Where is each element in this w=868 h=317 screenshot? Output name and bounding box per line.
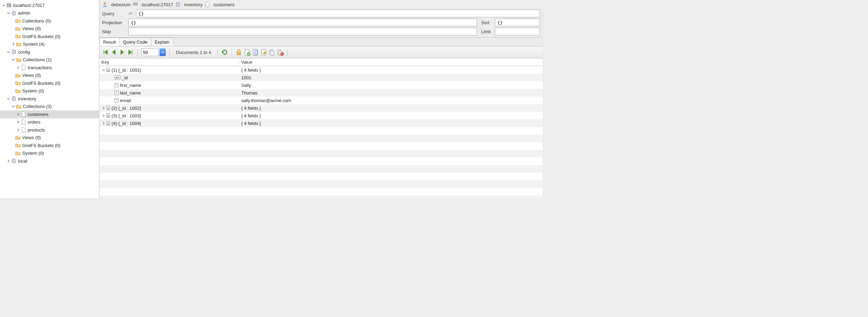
chevron-down-icon[interactable] — [6, 50, 10, 54]
chevron-right-icon[interactable] — [101, 114, 106, 118]
chevron-right-icon[interactable] — [6, 159, 10, 163]
chevron-down-icon[interactable] — [6, 11, 10, 15]
result-row[interactable]: ""last_nameThomas — [99, 89, 543, 97]
chevron-down-icon[interactable] — [1, 3, 6, 7]
next-page-icon[interactable] — [119, 49, 126, 56]
tree-db-admin[interactable]: admin — [0, 9, 99, 17]
result-row[interactable]: ""first_nameSally — [99, 81, 543, 89]
tab-query-code[interactable]: Query Code — [119, 38, 151, 46]
result-value: Sally — [239, 83, 543, 88]
first-page-icon[interactable] — [102, 49, 109, 56]
breadcrumb-host: localhost:27017 — [142, 2, 173, 7]
separator — [232, 49, 232, 56]
result-row[interactable]: {}(4) {_id : 1004}{ 4 fields } — [99, 119, 543, 127]
result-row[interactable]: {}(1) {_id : 1001}{ 4 fields } — [99, 66, 543, 74]
empty-row — [99, 180, 543, 188]
edit-document-icon[interactable] — [260, 49, 267, 56]
chevron-right-icon[interactable] — [101, 121, 106, 125]
tree-node-views[interactable]: Views (0) — [0, 72, 99, 80]
limit-input[interactable] — [495, 28, 540, 35]
add-document-icon[interactable] — [244, 49, 251, 56]
result-row[interactable]: {}(2) {_id : 1002}{ 4 fields } — [99, 104, 543, 112]
chevron-down-icon[interactable] — [101, 68, 106, 72]
folder-icon — [15, 135, 21, 141]
type-badge: {} — [106, 106, 110, 110]
result-key: (1) {_id : 1001} — [111, 67, 141, 73]
lock-icon[interactable] — [235, 49, 242, 56]
svg-rect-0 — [7, 3, 11, 4]
database-icon — [11, 10, 17, 16]
tab-result[interactable]: Result — [99, 38, 120, 46]
query-input[interactable] — [136, 10, 540, 17]
result-row[interactable]: i64_id1001 — [99, 74, 543, 81]
tree-collection-customers[interactable]: customers — [0, 110, 99, 118]
chevron-right-icon[interactable] — [16, 120, 20, 124]
tree-node-collections[interactable]: Collections (0) — [0, 17, 99, 25]
last-page-icon[interactable] — [127, 49, 134, 56]
folder-icon — [15, 26, 21, 31]
result-row[interactable]: {}(3) {_id : 1003}{ 4 fields } — [99, 112, 543, 119]
tree-collection-products[interactable]: products — [0, 126, 99, 134]
tree-db-local[interactable]: local — [0, 157, 99, 165]
page-size-select[interactable] — [141, 48, 159, 56]
tree-node-system[interactable]: System (0) — [0, 150, 99, 157]
type-badge: {} — [106, 68, 110, 72]
result-key: _id — [122, 75, 128, 80]
svg-rect-9 — [133, 4, 137, 5]
tree-node-label: GridFS Buckets (0) — [22, 34, 61, 39]
skip-input[interactable] — [128, 28, 477, 35]
refresh-icon[interactable] — [221, 49, 228, 56]
tree-node-label: Collections (1) — [23, 57, 52, 62]
tree-node-label: GridFS Buckets (0) — [22, 81, 61, 86]
chevron-right-icon[interactable] — [16, 112, 20, 116]
result-row[interactable]: ""emailsally.thomas@acme.com — [99, 97, 543, 104]
tree-node-label: GridFS Buckets (0) — [22, 143, 61, 148]
result-value: { 4 fields } — [239, 121, 543, 126]
tree-collection-orders[interactable]: orders — [0, 118, 99, 126]
tree-node-gridfs[interactable]: GridFS Buckets (0) — [0, 79, 99, 87]
prev-page-icon[interactable] — [110, 49, 117, 56]
skip-label: Skip — [102, 29, 126, 34]
chevron-right-icon[interactable] — [11, 42, 15, 46]
delete-document-icon[interactable] — [277, 49, 284, 56]
tree-node-label: System (0) — [22, 88, 44, 93]
tab-explain[interactable]: Explain — [151, 38, 173, 46]
tree-node-gridfs[interactable]: GridFS Buckets (0) — [0, 142, 99, 150]
view-document-icon[interactable]: {} — [252, 49, 259, 56]
tree-node-collections[interactable]: Collections (1) — [0, 56, 99, 64]
folder-icon — [15, 80, 21, 86]
tree-db-config[interactable]: config — [0, 48, 99, 56]
database-icon — [11, 49, 17, 55]
tree-db-inventory[interactable]: inventory — [0, 95, 99, 103]
chevron-down-icon[interactable] — [6, 97, 10, 101]
tree-collection-transactions[interactable]: transactions — [0, 64, 99, 72]
tree-node-system[interactable]: System (4) — [0, 40, 99, 48]
breadcrumb-database: inventory — [184, 2, 202, 7]
projection-input[interactable] — [128, 19, 477, 26]
tree-node-gridfs[interactable]: GridFS Buckets (0) — [0, 33, 99, 40]
svg-text:{}: {} — [254, 49, 258, 55]
tree-node-label: System (4) — [23, 42, 45, 47]
tree-node-views[interactable]: Views (0) — [0, 134, 99, 142]
chevron-down-icon[interactable] — [11, 105, 15, 109]
chevron-right-icon[interactable] — [101, 106, 106, 110]
tree-node-views[interactable]: Views (0) — [0, 25, 99, 33]
column-value[interactable]: Value — [239, 58, 543, 66]
dropdown-arrow-icon[interactable] — [160, 48, 166, 56]
copy-document-icon[interactable] — [269, 49, 275, 56]
empty-row — [99, 188, 543, 196]
collapse-icon[interactable] — [128, 11, 133, 16]
result-value: { 4 fields } — [239, 67, 543, 73]
chevron-right-icon[interactable] — [16, 65, 20, 70]
chevron-right-icon[interactable] — [16, 128, 20, 132]
sort-input[interactable] — [495, 19, 540, 26]
chevron-down-icon[interactable] — [11, 58, 15, 62]
tree-node-system[interactable]: System (0) — [0, 87, 99, 95]
result-key: (4) {_id : 1004} — [111, 121, 141, 126]
column-key[interactable]: Key — [99, 58, 239, 66]
type-badge: i64 — [115, 75, 120, 80]
tree-node-collections[interactable]: Collections (3) — [0, 103, 99, 111]
tree-root[interactable]: localhost:27017 — [0, 1, 99, 9]
folder-icon — [15, 151, 21, 156]
tree-coll-label: customers — [28, 112, 48, 117]
